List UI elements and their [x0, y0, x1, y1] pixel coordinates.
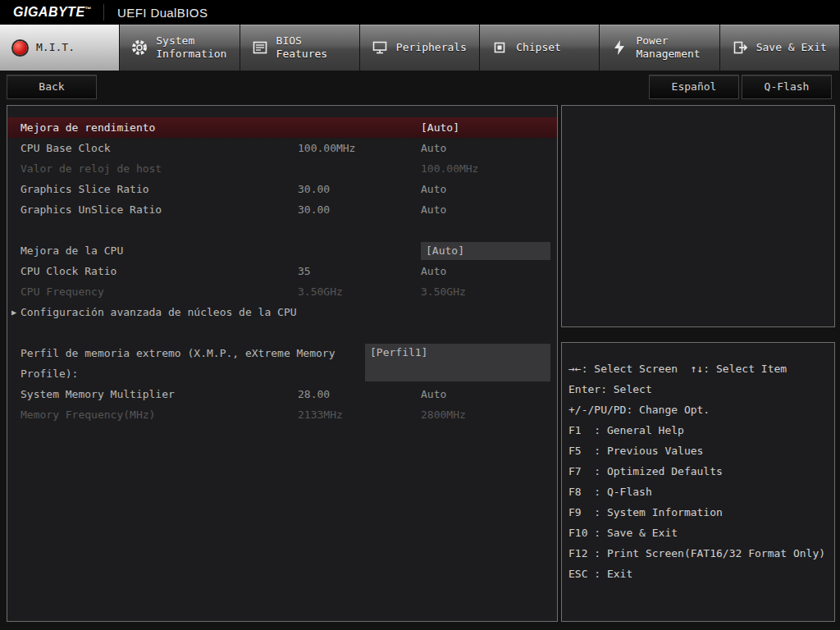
- setting-label: Graphics UnSlice Ratio: [21, 203, 298, 216]
- submenu-arrow-icon: ▶: [11, 308, 16, 317]
- setting-row[interactable]: CPU Clock Ratio35Auto: [7, 261, 557, 281]
- back-button[interactable]: Back: [7, 75, 97, 99]
- peripherals-monitor-icon: [371, 39, 389, 57]
- qflash-button[interactable]: Q-Flash: [742, 75, 832, 99]
- setting-row[interactable]: Mejora de la CPU[Auto]: [7, 240, 557, 261]
- setting-value-box[interactable]: [Auto]: [421, 242, 550, 260]
- setting-label: CPU Frequency: [21, 285, 298, 298]
- setting-current-value: 35: [298, 265, 421, 277]
- tab-bar: M.I.T. System Information BIOS Features …: [0, 25, 840, 71]
- tab-peripherals[interactable]: Peripherals: [360, 25, 480, 71]
- help-line: Enter: Select: [568, 383, 833, 404]
- page-title: UEFI DualBIOS: [117, 6, 208, 20]
- setting-row[interactable]: Perfil de memoria extremo (X.M.P., eXtre…: [7, 343, 557, 384]
- setting-label: Memory Frequency(MHz): [21, 409, 298, 421]
- tab-label: Save & Exit: [756, 41, 827, 54]
- tab-label: Peripherals: [396, 41, 467, 54]
- gigabyte-logo: GIGABYTE™: [0, 5, 103, 20]
- setting-value-box[interactable]: [Perfil1]: [365, 344, 550, 381]
- setting-current-value: 3.50GHz: [298, 285, 421, 298]
- help-line: F7 : Optimized Defaults: [568, 465, 833, 486]
- setting-option-value: 3.50GHz: [421, 285, 557, 298]
- setting-option-value: [Auto]: [421, 121, 557, 134]
- setting-label: Graphics Slice Ratio: [21, 183, 298, 195]
- row-spacer: [7, 220, 557, 240]
- help-line: F8 : Q-Flash: [568, 486, 833, 506]
- setting-row[interactable]: Mejora de rendimiento[Auto]: [7, 117, 557, 138]
- setting-option-value: 2800MHz: [421, 409, 557, 421]
- setting-option-value: Auto: [421, 183, 557, 195]
- tab-mit[interactable]: M.I.T.: [0, 25, 120, 71]
- setting-option-value: Auto: [421, 388, 557, 400]
- tab-label: BIOS Features: [276, 34, 357, 61]
- tab-chipset[interactable]: Chipset: [480, 25, 600, 71]
- brand-text: GIGABYTE: [13, 5, 85, 19]
- setting-current-value: 2133MHz: [298, 409, 421, 421]
- setting-label: Perfil de memoria extremo (X.M.P., eXtre…: [21, 343, 365, 384]
- language-button[interactable]: Español: [649, 75, 739, 99]
- setting-label: CPU Base Clock: [21, 142, 298, 154]
- toolbar-strip: Back Español Q-Flash: [0, 71, 840, 103]
- tab-label: M.I.T.: [36, 41, 75, 54]
- setting-row[interactable]: Memory Frequency(MHz)2133MHz2800MHz: [7, 404, 557, 425]
- topbar-divider: [103, 4, 104, 21]
- setting-option-value: 100.00MHz: [421, 162, 557, 175]
- setting-row[interactable]: System Memory Multiplier28.00Auto: [7, 384, 557, 404]
- setting-row[interactable]: Graphics UnSlice Ratio30.00Auto: [7, 199, 557, 220]
- setting-option-value: [Auto]: [421, 242, 557, 260]
- setting-current-value: 30.00: [298, 183, 421, 195]
- setting-row[interactable]: Graphics Slice Ratio30.00Auto: [7, 179, 557, 199]
- tab-system-information[interactable]: System Information: [120, 25, 240, 71]
- setting-current-value: 28.00: [298, 388, 421, 400]
- setting-label: Mejora de la CPU: [21, 244, 298, 257]
- setting-label: Configuración avanzada de núcleos de la …: [21, 306, 298, 318]
- top-bar: GIGABYTE™ UEFI DualBIOS: [0, 0, 840, 25]
- help-lines: →←: Select Screen ↑↓: Select ItemEnter: …: [568, 363, 833, 588]
- setting-row[interactable]: Valor de reloj de host100.00MHz: [7, 158, 557, 179]
- help-line: →←: Select Screen ↑↓: Select Item: [568, 363, 833, 383]
- setting-option-value: [Perfil1]: [365, 343, 557, 381]
- gear-icon: [130, 39, 148, 57]
- settings-list: Mejora de rendimiento[Auto]CPU Base Cloc…: [7, 106, 557, 425]
- bios-screen: GIGABYTE™ UEFI DualBIOS M.I.T. System In…: [0, 0, 840, 630]
- setting-label: Valor de reloj de host: [21, 162, 298, 175]
- setting-label: Mejora de rendimiento: [21, 121, 298, 134]
- help-line: F12 : Print Screen(FAT16/32 Format Only): [568, 547, 833, 568]
- tab-bios-features[interactable]: BIOS Features: [240, 25, 360, 71]
- setting-label: System Memory Multiplier: [21, 388, 298, 400]
- setting-current-value: 30.00: [298, 203, 421, 216]
- tab-power-management[interactable]: Power Management: [600, 25, 719, 71]
- trademark: ™: [85, 6, 93, 13]
- help-line: F10 : Save & Exit: [568, 527, 833, 547]
- setting-current-value: 100.00MHz: [298, 142, 421, 154]
- setting-row[interactable]: CPU Base Clock100.00MHzAuto: [7, 138, 557, 158]
- help-line: F9 : System Information: [568, 506, 833, 527]
- chipset-icon: [491, 39, 509, 57]
- settings-panel: Mejora de rendimiento[Auto]CPU Base Cloc…: [7, 105, 558, 622]
- help-line: ESC : Exit: [568, 568, 833, 588]
- row-spacer: [7, 322, 557, 343]
- bios-grid-icon: [251, 39, 269, 57]
- power-lightning-icon: [610, 39, 628, 57]
- setting-label: CPU Clock Ratio: [21, 265, 298, 277]
- setting-option-value: Auto: [421, 142, 557, 154]
- setting-row[interactable]: CPU Frequency3.50GHz3.50GHz: [7, 281, 557, 302]
- tab-label: Chipset: [516, 41, 561, 54]
- key-help-panel: →←: Select Screen ↑↓: Select ItemEnter: …: [561, 342, 835, 622]
- item-help-panel: [561, 105, 835, 327]
- mit-red-ball-icon: [11, 39, 29, 57]
- tab-label: System Information: [156, 34, 236, 61]
- save-exit-door-icon: [731, 39, 749, 57]
- tab-label: Power Management: [636, 34, 716, 61]
- setting-row[interactable]: ▶Configuración avanzada de núcleos de la…: [7, 302, 557, 322]
- right-buttons: Español Q-Flash: [649, 75, 832, 99]
- setting-option-value: Auto: [421, 265, 557, 277]
- help-line: F1 : General Help: [568, 424, 833, 445]
- tab-save-exit[interactable]: Save & Exit: [720, 25, 840, 71]
- setting-option-value: Auto: [421, 203, 557, 216]
- help-line: F5 : Previous Values: [568, 445, 833, 465]
- help-line: +/-/PU/PD: Change Opt.: [568, 404, 833, 424]
